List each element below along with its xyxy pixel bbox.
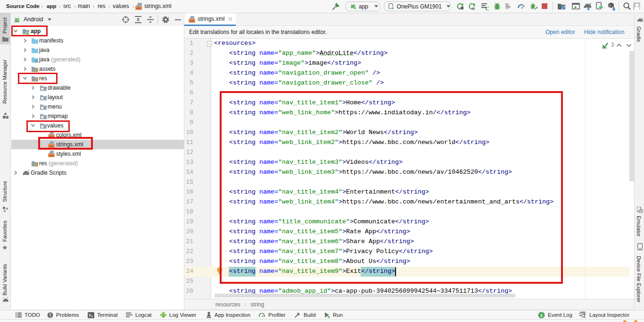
svg-text:<>: <> [136, 6, 141, 10]
svg-text:1: 1 [540, 313, 543, 318]
svg-text:<>: <> [49, 153, 54, 158]
svg-text:A: A [472, 6, 475, 10]
svg-text:<>: <> [190, 19, 194, 23]
svg-text:❉: ❉ [34, 59, 38, 63]
